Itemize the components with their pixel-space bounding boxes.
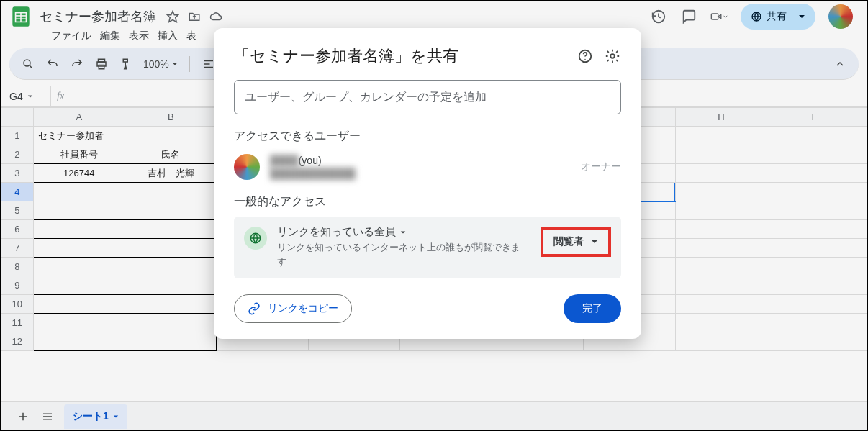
add-sheet-icon[interactable] bbox=[15, 409, 31, 425]
sheet-tab[interactable]: シート1 bbox=[64, 404, 127, 429]
name-box[interactable]: G4 bbox=[1, 86, 51, 106]
user-avatar bbox=[234, 154, 260, 180]
print-icon[interactable] bbox=[94, 57, 109, 71]
add-people-input[interactable]: ユーザー、グループ、カレンダーの予定を追加 bbox=[234, 80, 621, 114]
col-header[interactable]: I bbox=[767, 108, 859, 127]
row-header[interactable]: 11 bbox=[1, 314, 34, 332]
search-icon[interactable] bbox=[21, 57, 35, 71]
all-sheets-icon[interactable] bbox=[40, 409, 55, 425]
move-icon[interactable] bbox=[188, 10, 201, 23]
col-header[interactable]: A bbox=[33, 108, 125, 127]
row-header[interactable]: 8 bbox=[1, 258, 34, 276]
paint-format-icon[interactable] bbox=[119, 57, 133, 71]
share-button[interactable]: 共有 bbox=[741, 4, 815, 30]
svg-point-28 bbox=[584, 59, 585, 60]
menu-file[interactable]: ファイル bbox=[51, 30, 91, 42]
zoom-dropdown[interactable]: 100% bbox=[143, 58, 178, 70]
title-icons bbox=[166, 10, 222, 23]
row-header[interactable]: 12 bbox=[1, 332, 34, 351]
right-icons: 共有 bbox=[650, 4, 853, 30]
share-caret-icon[interactable] bbox=[794, 4, 810, 30]
col-header[interactable]: J bbox=[859, 108, 867, 127]
cell[interactable]: 社員番号 bbox=[33, 145, 125, 164]
share-dialog: 「セミナー参加者名簿」を共有 ユーザー、グループ、カレンダーの予定を追加 アクセ… bbox=[214, 28, 641, 339]
general-access-box: リンクを知っている全員 リンクを知っているインターネット上の誰もが閲覧できます … bbox=[234, 217, 621, 278]
menu-edit[interactable]: 編集 bbox=[100, 30, 120, 42]
row-header[interactable]: 7 bbox=[1, 239, 34, 258]
share-button-label: 共有 bbox=[767, 10, 787, 23]
cloud-icon[interactable] bbox=[209, 10, 222, 23]
titlebar: セミナー参加者名簿 共有 bbox=[1, 1, 867, 27]
row-header[interactable]: 4 bbox=[1, 183, 34, 201]
row-header[interactable]: 3 bbox=[1, 164, 34, 183]
svg-rect-6 bbox=[711, 14, 718, 19]
row-header[interactable]: 1 bbox=[1, 127, 34, 145]
row-header[interactable]: 9 bbox=[1, 276, 34, 295]
cell[interactable]: 126744 bbox=[33, 164, 125, 183]
row-header[interactable]: 10 bbox=[1, 295, 34, 314]
row-header[interactable]: 6 bbox=[1, 220, 34, 239]
collapse-toolbar-icon[interactable] bbox=[833, 57, 847, 71]
menu-insert[interactable]: 挿入 bbox=[158, 30, 178, 42]
dialog-title: 「セミナー参加者名簿」を共有 bbox=[234, 45, 566, 67]
account-avatar[interactable] bbox=[828, 4, 853, 29]
copy-link-button[interactable]: リンクをコピー bbox=[234, 294, 352, 323]
undo-icon[interactable] bbox=[45, 57, 60, 71]
sheet-tabs: シート1 bbox=[1, 401, 867, 430]
general-access-label: 一般的なアクセス bbox=[234, 194, 621, 209]
select-all-corner[interactable] bbox=[1, 108, 34, 127]
comment-icon[interactable] bbox=[680, 8, 697, 25]
access-section-label: アクセスできるユーザー bbox=[234, 129, 621, 144]
help-icon[interactable] bbox=[577, 47, 594, 65]
svg-point-29 bbox=[610, 54, 615, 58]
menu-view[interactable]: 表示 bbox=[129, 30, 149, 42]
doc-title[interactable]: セミナー参加者名簿 bbox=[40, 8, 156, 25]
done-button[interactable]: 完了 bbox=[564, 294, 621, 323]
fx-label: fx bbox=[51, 91, 70, 102]
cell[interactable]: セミナー参加者 bbox=[33, 127, 217, 145]
col-header[interactable]: B bbox=[125, 108, 217, 127]
cell[interactable]: 氏名 bbox=[125, 145, 217, 164]
svg-marker-5 bbox=[168, 12, 178, 22]
row-header[interactable]: 2 bbox=[1, 145, 34, 164]
user-row: ████(you) ████████████ オーナー bbox=[234, 154, 621, 180]
globe-icon bbox=[244, 227, 267, 250]
cell[interactable]: 吉村 光輝 bbox=[125, 164, 217, 183]
star-icon[interactable] bbox=[166, 10, 179, 23]
redo-icon[interactable] bbox=[70, 57, 84, 71]
general-access-dropdown[interactable]: リンクを知っている全員 bbox=[277, 225, 530, 239]
meet-icon[interactable] bbox=[710, 8, 728, 25]
gear-icon[interactable] bbox=[604, 47, 621, 65]
svg-point-8 bbox=[24, 60, 30, 66]
general-access-subtext: リンクを知っているインターネット上の誰もが閲覧できます bbox=[277, 240, 522, 268]
sheets-logo[interactable] bbox=[11, 4, 31, 30]
role-dropdown[interactable]: 閲覧者 bbox=[541, 227, 611, 257]
row-header[interactable]: 5 bbox=[1, 201, 34, 220]
menu-format[interactable]: 表 bbox=[186, 30, 196, 42]
col-header[interactable]: H bbox=[675, 108, 767, 127]
owner-label: オーナー bbox=[581, 160, 621, 173]
history-icon[interactable] bbox=[650, 8, 667, 25]
